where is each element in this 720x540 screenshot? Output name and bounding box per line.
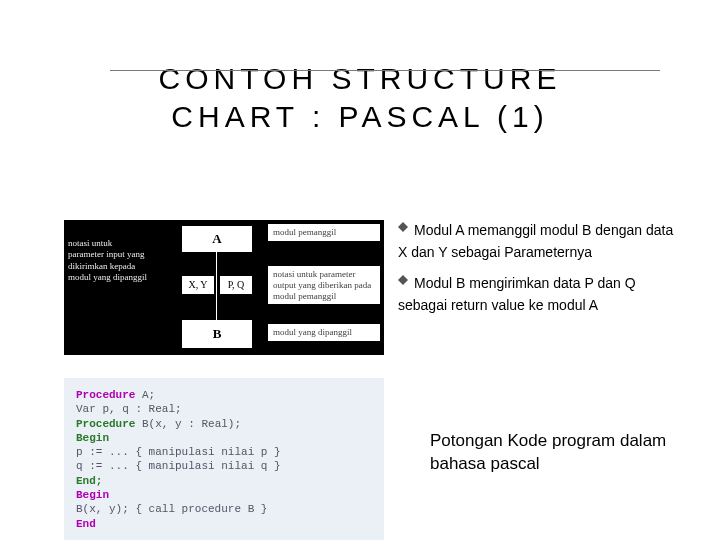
module-b-box: B — [182, 320, 252, 348]
diagram-note-callee: modul yang dipanggil — [268, 324, 380, 341]
bullet-text: Modul A memanggil modul B dengan data X … — [398, 222, 673, 260]
diagram-note-output: notasi untuk parameter output yang diber… — [268, 266, 380, 304]
bullet-text: Modul B mengirimkan data P dan Q sebagai… — [398, 275, 636, 313]
code-line: End — [76, 517, 372, 531]
code-line: Begin — [76, 488, 372, 502]
bullet-item: Modul B mengirimkan data P dan Q sebagai… — [398, 273, 680, 316]
module-a-box: A — [182, 226, 252, 252]
keyword: Procedure — [76, 389, 135, 401]
bullet-list: Modul A memanggil modul B dengan data X … — [398, 220, 680, 355]
title-line-2: CHART : PASCAL (1) — [171, 100, 548, 133]
slide-title: CONTOH STRUCTURE CHART : PASCAL (1) — [0, 60, 720, 135]
bullet-diamond-icon — [398, 217, 408, 227]
bullet-item: Modul A memanggil modul B dengan data X … — [398, 220, 680, 263]
rule-line — [110, 70, 660, 71]
diagram-left-note: notasi untuk parameter input yang dikiri… — [68, 238, 150, 283]
bullet-diamond-icon — [398, 270, 408, 280]
code-snippet: Procedure A; Var p, q : Real; Procedure … — [64, 378, 384, 540]
code-line: Begin — [76, 431, 372, 445]
title-line-1: CONTOH STRUCTURE — [159, 62, 562, 95]
code-line: B(x, y); { call procedure B } — [76, 502, 372, 516]
code-caption: Potongan Kode program dalam bahasa pasca… — [430, 430, 670, 476]
title-block: CONTOH STRUCTURE CHART : PASCAL (1) — [0, 0, 720, 135]
code-line: q := ... { manipulasi nilai q } — [76, 459, 372, 473]
param-in-label: X, Y — [182, 276, 214, 294]
structure-chart-diagram: notasi untuk parameter input yang dikiri… — [64, 220, 384, 355]
content-row: notasi untuk parameter input yang dikiri… — [64, 220, 680, 355]
keyword: Procedure — [76, 418, 135, 430]
connector-line — [216, 252, 217, 320]
param-out-label: P, Q — [220, 276, 252, 294]
code-line: Var p, q : Real; — [76, 402, 372, 416]
code-line: Procedure B(x, y : Real); — [76, 417, 372, 431]
code-line: p := ... { manipulasi nilai p } — [76, 445, 372, 459]
code-line: Procedure A; — [76, 388, 372, 402]
code-line: End; — [76, 474, 372, 488]
diagram-note-caller: modul pemanggil — [268, 224, 380, 241]
